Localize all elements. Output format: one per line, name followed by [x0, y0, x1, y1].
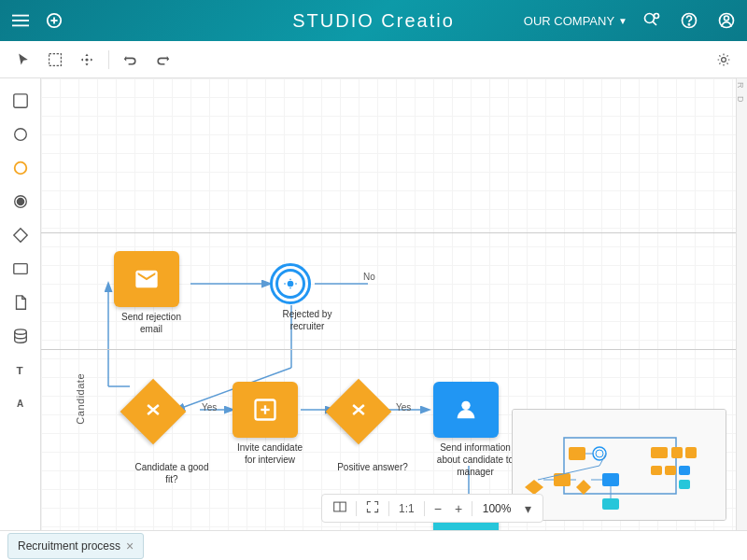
- ctrl-sep4: [472, 501, 472, 516]
- svg-rect-1: [12, 20, 29, 21]
- send-rejection-label: Send rejection email: [114, 311, 189, 335]
- svg-point-20: [17, 198, 23, 204]
- sidebar-doc-tool[interactable]: [6, 287, 35, 317]
- canvas-area[interactable]: Candidate: [41, 78, 736, 530]
- send-rejection-email-node[interactable]: Send rejection email: [114, 251, 189, 335]
- svg-rect-2: [12, 25, 29, 27]
- svg-rect-0: [12, 15, 29, 17]
- svg-rect-41: [513, 410, 726, 521]
- send-information-label: Send information about candidate to mana…: [433, 441, 517, 478]
- hamburger-menu-button[interactable]: [7, 7, 34, 34]
- send-information-node[interactable]: Send information about candidate to mana…: [433, 382, 517, 478]
- bottom-bar: Recruitment process ×: [0, 530, 747, 560]
- ctrl-sep3: [424, 501, 425, 516]
- svg-point-35: [288, 281, 294, 287]
- zoom-ratio-label: 1:1: [395, 502, 418, 515]
- select-tool-button[interactable]: [41, 46, 69, 74]
- positive-answer-label: Positive answer?: [335, 461, 410, 473]
- rejected-recruiter-label: Rejected by recruiter: [270, 308, 345, 332]
- svg-rect-21: [13, 264, 26, 274]
- sidebar-text-tool[interactable]: T: [6, 355, 35, 385]
- sidebar-task-tool[interactable]: [6, 254, 35, 284]
- main-area: T A Candidate: [0, 78, 747, 530]
- svg-rect-48: [602, 498, 619, 510]
- ctrl-sep1: [356, 501, 357, 516]
- svg-text:T: T: [16, 364, 23, 376]
- company-selector[interactable]: OUR COMPANY ▼: [524, 14, 627, 28]
- svg-rect-56: [651, 447, 668, 458]
- svg-rect-59: [651, 466, 662, 475]
- svg-point-18: [14, 162, 26, 175]
- chevron-down-icon: ▼: [618, 16, 627, 26]
- zoom-in-button[interactable]: +: [451, 499, 466, 518]
- invite-candidate-node[interactable]: Invite candidate for interview: [233, 382, 307, 466]
- svg-point-39: [461, 401, 470, 410]
- move-tool-button[interactable]: [73, 46, 101, 74]
- mini-map: [512, 409, 726, 521]
- svg-point-13: [725, 16, 729, 21]
- no-flow-label: No: [363, 272, 375, 282]
- svg-rect-14: [49, 53, 62, 65]
- sidebar-gateway-tool[interactable]: [6, 220, 35, 250]
- lane-label-candidate: Candidate: [75, 373, 86, 425]
- user-profile-button[interactable]: [713, 7, 740, 34]
- svg-rect-60: [665, 466, 676, 475]
- svg-rect-16: [13, 94, 26, 107]
- yes1-flow-label: Yes: [202, 402, 217, 413]
- app-title: STUDIO Creatio: [292, 10, 455, 32]
- fit-view-button[interactable]: [362, 498, 383, 518]
- tab-close-button[interactable]: ×: [126, 539, 134, 553]
- rejected-by-recruiter-node[interactable]: Rejected by recruiter: [270, 263, 345, 332]
- sidebar-end-event-tool[interactable]: [6, 187, 35, 217]
- help-button[interactable]: [676, 7, 702, 34]
- ctrl-sep2: [388, 501, 389, 516]
- right-panel-hint2: D: [739, 96, 745, 103]
- settings-button[interactable]: [710, 46, 738, 74]
- sidebar-select-tool[interactable]: [6, 86, 35, 116]
- svg-rect-57: [671, 447, 683, 458]
- sidebar-data-tool[interactable]: [6, 321, 35, 351]
- invite-candidate-label: Invite candidate for interview: [233, 441, 307, 466]
- right-panel-hint: R: [739, 82, 745, 89]
- svg-rect-62: [679, 480, 690, 489]
- left-sidebar: T A: [0, 78, 41, 530]
- svg-rect-61: [679, 466, 690, 475]
- svg-point-22: [14, 329, 26, 334]
- svg-point-17: [14, 129, 26, 141]
- add-button[interactable]: [41, 7, 67, 34]
- tab-recruitment-process[interactable]: Recruitment process ×: [7, 533, 144, 559]
- svg-rect-47: [602, 473, 619, 486]
- tab-label: Recruitment process: [18, 539, 120, 553]
- toolbar-separator: [108, 50, 109, 69]
- undo-button[interactable]: [117, 46, 145, 74]
- map-controls: 1:1 − + 100% ▾: [321, 494, 543, 523]
- svg-rect-58: [685, 447, 697, 458]
- zoom-out-button[interactable]: −: [430, 499, 445, 518]
- svg-rect-43: [569, 447, 585, 460]
- yes2-flow-label: Yes: [396, 402, 411, 413]
- positive-answer-node[interactable]: Positive answer?: [335, 388, 410, 473]
- redo-button[interactable]: [148, 46, 176, 74]
- toolbar: [0, 41, 747, 78]
- pointer-tool-button[interactable]: [9, 46, 37, 74]
- svg-point-15: [722, 57, 726, 62]
- user-search-button[interactable]: [639, 7, 665, 34]
- zoom-chevron-button[interactable]: ▾: [521, 499, 535, 518]
- candidate-fit-label: Candidate a good fit?: [130, 461, 214, 485]
- sidebar-analyze-tool[interactable]: A: [6, 388, 35, 418]
- split-view-button[interactable]: [330, 498, 350, 518]
- top-nav-bar: STUDIO Creatio OUR COMPANY ▼: [0, 0, 747, 41]
- sidebar-start-event-tool[interactable]: [6, 153, 35, 183]
- svg-point-11: [688, 24, 689, 25]
- zoom-percent-label: 100%: [478, 502, 515, 515]
- right-panel: R D: [736, 78, 747, 530]
- sidebar-event-tool[interactable]: [6, 119, 35, 149]
